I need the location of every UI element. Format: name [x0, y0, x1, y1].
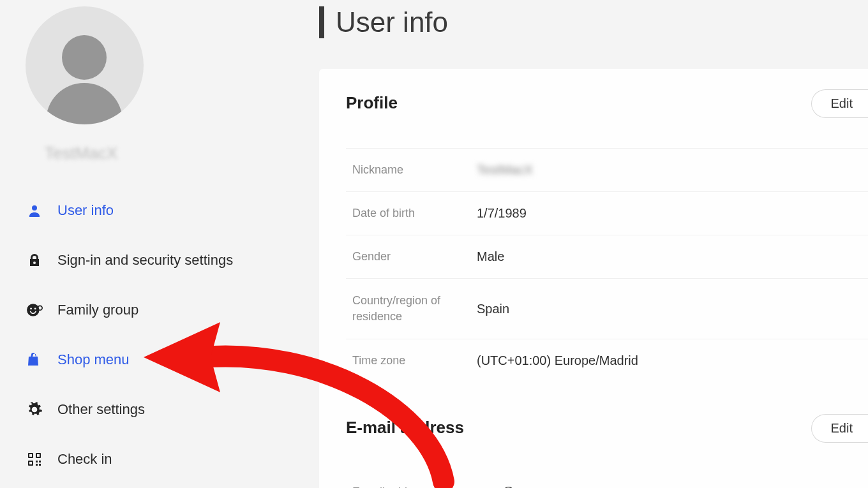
sidebar-item-user-info[interactable]: User info: [26, 202, 294, 219]
field-label: E-mail address: [352, 485, 477, 488]
email-section-header: E-mail address Edit: [346, 418, 868, 438]
avatar-block: TestMacX: [26, 6, 294, 163]
field-label: Time zone: [352, 354, 477, 367]
person-icon: [26, 202, 43, 219]
field-nickname[interactable]: Nickname TestMacX: [346, 148, 868, 192]
edit-email-button[interactable]: Edit: [811, 414, 868, 443]
sidebar-item-label: Family group: [57, 302, 138, 318]
field-timezone[interactable]: Time zone (UTC+01:00) Europe/Madrid: [346, 339, 868, 382]
email-fields: E-mail address re•••@g•••: [346, 471, 868, 488]
email-section-title: E-mail address: [346, 418, 464, 438]
field-email[interactable]: E-mail address re•••@g•••: [346, 471, 868, 488]
field-value: (UTC+01:00) Europe/Madrid: [477, 353, 638, 368]
svg-rect-14: [39, 464, 41, 466]
field-value: Spain: [477, 302, 509, 316]
main-content: User info Profile Edit Nickname TestMacX…: [319, 0, 868, 488]
sidebar-item-family-group[interactable]: Family group: [26, 301, 294, 319]
svg-rect-6: [29, 454, 32, 457]
sidebar-item-other-settings[interactable]: Other settings: [26, 401, 294, 418]
sidebar-item-label: User info: [57, 202, 114, 219]
svg-point-3: [34, 307, 36, 309]
gear-icon: [26, 401, 43, 418]
svg-rect-8: [37, 454, 40, 457]
field-gender[interactable]: Gender Male: [346, 235, 868, 279]
sidebar-username: TestMacX: [45, 144, 117, 163]
field-label: Date of birth: [352, 207, 477, 220]
svg-point-2: [30, 307, 32, 309]
field-date-of-birth[interactable]: Date of birth 1/7/1989: [346, 192, 868, 235]
sidebar-item-label: Other settings: [57, 401, 145, 418]
svg-rect-11: [36, 461, 38, 462]
profile-section-header: Profile Edit: [346, 93, 868, 113]
lock-icon: [26, 251, 43, 269]
field-label: Country/region of residence: [352, 293, 477, 325]
sidebar-item-label: Sign-in and security settings: [57, 252, 233, 269]
field-label: Gender: [352, 250, 477, 263]
page-title-wrap: User info: [319, 6, 868, 38]
page-title-accent: [319, 6, 324, 38]
sidebar-item-label: Check in: [57, 451, 112, 468]
svg-rect-10: [29, 462, 32, 464]
content-card: Profile Edit Nickname TestMacX Date of b…: [319, 69, 868, 488]
svg-rect-13: [36, 464, 38, 466]
sidebar-item-check-in[interactable]: Check in: [26, 450, 294, 468]
qr-icon: [26, 450, 43, 468]
sidebar: TestMacX User info Sign-in and security …: [0, 0, 319, 488]
sidebar-item-label: Shop menu: [57, 351, 130, 368]
field-label: Nickname: [352, 163, 477, 177]
avatar[interactable]: [26, 6, 144, 124]
svg-point-1: [27, 304, 40, 316]
email-section: E-mail address Edit E-mail address re•••…: [346, 418, 868, 488]
edit-profile-button[interactable]: Edit: [811, 89, 868, 118]
sidebar-item-shop-menu[interactable]: Shop menu: [26, 351, 294, 369]
profile-section-title: Profile: [346, 93, 398, 113]
field-value: 1/7/1989: [477, 206, 527, 221]
family-icon: [26, 301, 43, 319]
field-country[interactable]: Country/region of residence Spain: [346, 279, 868, 339]
field-value: re•••@g•••: [477, 485, 535, 488]
field-value: TestMacX: [477, 163, 533, 177]
sidebar-nav: User info Sign-in and security settings …: [26, 202, 294, 468]
svg-point-0: [32, 205, 37, 211]
shopping-bag-icon: [26, 351, 43, 369]
field-value: Male: [477, 249, 504, 264]
profile-fields: Nickname TestMacX Date of birth 1/7/1989…: [346, 148, 868, 382]
sidebar-item-security[interactable]: Sign-in and security settings: [26, 251, 294, 269]
svg-rect-12: [39, 461, 41, 462]
page-title: User info: [336, 6, 448, 38]
